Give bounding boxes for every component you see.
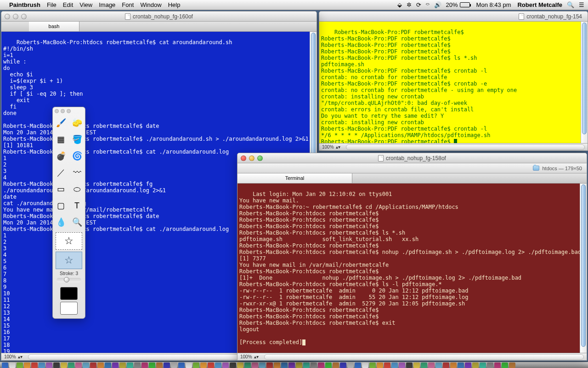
bluetooth-icon[interactable]: ✲: [407, 1, 412, 8]
dock-item[interactable]: [186, 362, 192, 368]
background-swatch[interactable]: [60, 302, 78, 315]
dock-item[interactable]: [325, 362, 332, 368]
tool-rect-icon[interactable]: ▭: [53, 181, 69, 197]
dock-item[interactable]: [288, 362, 295, 368]
scrollbar-vertical[interactable]: [581, 22, 588, 143]
dock-item[interactable]: [208, 362, 214, 368]
tool-marquee-icon[interactable]: ▦: [53, 131, 69, 148]
close-button[interactable]: [241, 155, 246, 161]
dock-item[interactable]: [9, 362, 16, 368]
dock-item[interactable]: [281, 362, 288, 368]
zoom-stepper-icon[interactable]: ▴▾: [18, 354, 23, 359]
dock-item[interactable]: [384, 362, 390, 368]
minimize-button[interactable]: [61, 109, 65, 113]
dock-item[interactable]: [494, 362, 501, 368]
dock-item[interactable]: [171, 362, 177, 368]
wifi-icon[interactable]: ⌔: [426, 1, 430, 8]
dock-item[interactable]: [458, 362, 464, 368]
dock-item[interactable]: [90, 362, 96, 368]
tool-curve-icon[interactable]: 〰: [69, 164, 85, 181]
dock-item[interactable]: [296, 362, 302, 368]
dock-item[interactable]: [435, 362, 442, 368]
dock-item[interactable]: [347, 362, 354, 368]
dock-item[interactable]: [450, 362, 457, 368]
spotlight-icon[interactable]: 🔍: [567, 1, 574, 8]
tool-eyedropper-icon[interactable]: 💧: [53, 214, 69, 230]
minimize-button[interactable]: [13, 14, 18, 19]
dock-item[interactable]: [39, 362, 45, 368]
dock-item[interactable]: [193, 362, 199, 368]
notification-icon[interactable]: ☰: [579, 1, 584, 8]
dock-item[interactable]: [24, 362, 30, 368]
menu-font[interactable]: Font: [122, 1, 134, 8]
dock-item[interactable]: [141, 362, 148, 368]
menu-file[interactable]: File: [47, 1, 57, 8]
close-button[interactable]: [5, 14, 10, 19]
user-name[interactable]: Robert Metcalfe: [517, 1, 562, 8]
dock-item[interactable]: [274, 362, 280, 368]
stroke-slider[interactable]: [57, 278, 81, 282]
dock-item[interactable]: [61, 362, 67, 368]
dock-item[interactable]: [83, 362, 89, 368]
tab-terminal[interactable]: Terminal: [237, 173, 352, 183]
scrollbar-vertical[interactable]: [580, 184, 587, 353]
zoom-level[interactable]: 100%: [322, 144, 334, 150]
dock-item[interactable]: [472, 362, 479, 368]
dock-item[interactable]: [428, 362, 435, 368]
dock[interactable]: [0, 362, 588, 368]
tool-brush-icon[interactable]: 🖌️: [53, 115, 69, 131]
star-stamp-b[interactable]: ☆: [56, 252, 82, 269]
dock-item[interactable]: [31, 362, 38, 368]
tool-line-icon[interactable]: ／: [53, 164, 69, 181]
dock-item[interactable]: [200, 362, 207, 368]
dock-item[interactable]: [465, 362, 471, 368]
dock-item[interactable]: [17, 362, 23, 368]
dock-item[interactable]: [68, 362, 74, 368]
tool-text-icon[interactable]: T: [69, 197, 85, 214]
menu-image[interactable]: Image: [99, 1, 115, 8]
scrollbar-horizontal[interactable]: [264, 354, 584, 360]
tool-eraser-icon[interactable]: 🧽: [69, 115, 85, 131]
dock-item[interactable]: [443, 362, 449, 368]
battery-indicator[interactable]: 20%: [446, 1, 470, 8]
dock-item[interactable]: [369, 362, 376, 368]
dock-item[interactable]: [413, 362, 420, 368]
dock-item[interactable]: [222, 362, 229, 368]
scrollbar-horizontal[interactable]: [346, 144, 585, 150]
zoom-stepper-icon[interactable]: ▴▾: [336, 144, 340, 150]
zoom-button[interactable]: [67, 109, 71, 113]
dock-item[interactable]: [244, 362, 251, 368]
terminal-output[interactable]: Last login: Mon Jan 20 12:10:02 on ttys0…: [237, 184, 587, 353]
tab-bash[interactable]: bash: [29, 22, 79, 31]
dock-item[interactable]: [105, 362, 111, 368]
tool-palette[interactable]: 🖌️🧽▦🪣💣🌀／〰▭⬭▢T💧🔍 ☆ ☆ Stroke: 3: [52, 107, 85, 319]
dock-item[interactable]: [259, 362, 266, 368]
dock-item[interactable]: [134, 362, 141, 368]
tool-bucket-icon[interactable]: 🪣: [69, 131, 85, 148]
tool-zoom-icon[interactable]: 🔍: [69, 214, 85, 230]
dock-item[interactable]: [391, 362, 398, 368]
dock-item[interactable]: [421, 362, 427, 368]
dock-item[interactable]: [399, 362, 405, 368]
dock-item[interactable]: [112, 362, 119, 368]
dock-item[interactable]: [311, 362, 317, 368]
dock-item[interactable]: [502, 362, 508, 368]
dock-item[interactable]: [149, 362, 155, 368]
dock-item[interactable]: [164, 362, 170, 368]
minimize-button[interactable]: [249, 155, 254, 161]
dock-item[interactable]: [355, 362, 361, 368]
dock-item[interactable]: [340, 362, 346, 368]
tool-roundrect-icon[interactable]: ▢: [53, 197, 69, 214]
tool-ellipse-icon[interactable]: ⬭: [69, 181, 85, 197]
titlebar[interactable]: crontab_nohup_fg-160of: [1, 12, 317, 22]
zoom-level[interactable]: 100%: [4, 354, 16, 359]
menu-edit[interactable]: Edit: [63, 1, 73, 8]
volume-icon[interactable]: 🔊: [434, 1, 441, 8]
dock-item[interactable]: [75, 362, 82, 368]
dropbox-icon[interactable]: ⬙: [397, 1, 402, 8]
dock-item[interactable]: [333, 362, 339, 368]
dock-item[interactable]: [480, 362, 486, 368]
dock-item[interactable]: [127, 362, 133, 368]
dock-item[interactable]: [119, 362, 126, 368]
menu-window[interactable]: Window: [140, 1, 161, 8]
